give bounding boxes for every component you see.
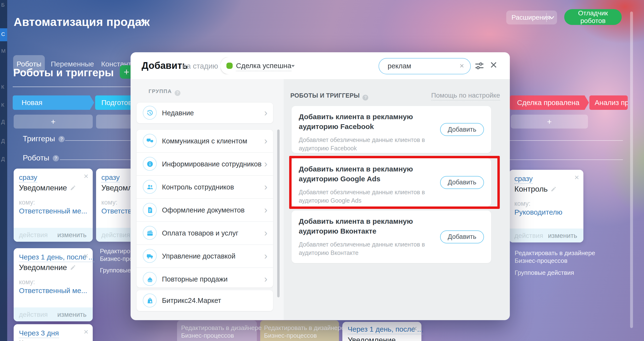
close-icon[interactable]: × (84, 251, 88, 260)
help-icon[interactable]: ? (53, 155, 59, 161)
chevron-right-icon: › (264, 182, 268, 192)
actions-link[interactable]: действия (514, 232, 543, 240)
group-item-label: Коммуникация с клиентом (162, 130, 247, 152)
result-item-google-ads[interactable]: Добавить клиента в рекламную аудиторию G… (292, 158, 491, 206)
robot-card[interactable]: Через 1 день, после ... × Уведомление ко… (14, 248, 93, 321)
edit-designer-link[interactable]: Бизнес-процессов (181, 332, 234, 339)
search-input[interactable] (387, 62, 450, 70)
recipient-link[interactable]: Руководителю (514, 208, 562, 216)
close-modal-icon[interactable]: × (490, 59, 497, 71)
edit-link[interactable]: изменить (57, 231, 86, 239)
stage-column-new[interactable]: Новая (13, 95, 94, 110)
edit-designer-link[interactable]: Редактировать в дизайнере (514, 249, 595, 257)
robot-name: Уведомление (19, 183, 76, 192)
result-item-vkontakte[interactable]: Добавить клиента в рекламную аудиторию В… (292, 211, 491, 263)
help-icon[interactable]: ? (175, 90, 180, 96)
setup-help-link[interactable]: Помощь по настройке (431, 92, 500, 101)
edit-pencil-icon[interactable] (550, 186, 557, 192)
edit-designer-link[interactable]: Редактировать в дизайнере (181, 324, 262, 332)
actions-link[interactable]: действия (101, 231, 130, 239)
group-card-main: Коммуникация с клиентом › Информирование… (136, 130, 273, 287)
extensions-button[interactable]: Расширения (506, 11, 557, 25)
actions-link[interactable]: действия (19, 231, 48, 239)
robot-delay-link[interactable]: сразу (101, 173, 120, 182)
group-item-recent[interactable]: Недавние › (136, 103, 273, 123)
robot-delay-link[interactable]: сразу (514, 175, 532, 184)
group-actions-link[interactable]: Групповые действия (514, 269, 574, 276)
robot-name: Уведомление (19, 263, 76, 272)
robot-delay-link[interactable]: Через 1 день, после ... (348, 325, 423, 334)
search-field[interactable]: × (378, 58, 471, 74)
edit-designer-link[interactable]: Бизнес-процессов (264, 332, 317, 339)
edit-link[interactable]: изменить (548, 232, 577, 240)
add-card-button[interactable]: + (511, 115, 588, 129)
groups-panel: ГРУППА? Недавние › Коммуникация с клиент… (130, 79, 284, 320)
stage-selector[interactable]: Сделка успешна (220, 57, 304, 74)
close-icon[interactable]: × (574, 173, 579, 182)
group-item-delivery[interactable]: Управление доставкой › (136, 244, 273, 267)
rail-letter: Д (1, 138, 5, 144)
stage-prefix-label: на стадию (182, 62, 218, 71)
result-item-facebook[interactable]: Добавить клиента в рекламную аудиторию F… (292, 106, 491, 153)
recipient-link[interactable]: Ответственный ме... (19, 286, 87, 295)
result-title: Добавить клиента в рекламную аудиторию G… (299, 164, 448, 184)
chevron-right-icon: › (264, 159, 268, 169)
rail-letter: К (1, 102, 4, 108)
result-description: Добавляет обезличенные данные клиентов в… (299, 136, 448, 153)
extensions-label: Расширения (512, 14, 550, 21)
to-label: кому: (514, 200, 530, 207)
robot-delay-link[interactable]: сразу (19, 173, 37, 182)
add-card-button[interactable]: + (14, 115, 93, 129)
group-item-communication[interactable]: Коммуникация с клиентом › (136, 130, 273, 152)
actions-link[interactable]: действия (19, 311, 48, 318)
robot-debugger-button[interactable]: Отладчик роботов (564, 9, 622, 25)
edit-pencil-icon[interactable] (70, 264, 76, 270)
close-icon[interactable]: × (412, 324, 417, 333)
edit-designer-link[interactable]: Редактировать в дизайнере (264, 324, 344, 332)
group-item-market[interactable]: Битрикс24.Маркет (136, 290, 273, 311)
robot-delay-link[interactable]: Через 1 день, после ... (19, 253, 94, 262)
groups-scrollbar[interactable] (277, 130, 280, 297)
edit-designer-link[interactable]: Бизнес-процессов (514, 257, 568, 264)
stage-column-failed[interactable]: Сделка провалена (510, 95, 589, 110)
robot-card[interactable]: сразу × Контроль кому: Руководителю дейс… (509, 170, 584, 242)
edit-pencil-icon[interactable] (70, 185, 76, 191)
add-button[interactable]: Добавить (440, 123, 484, 136)
recipient-link[interactable]: Ответственный ме... (19, 207, 87, 215)
clear-search-icon[interactable]: × (460, 61, 464, 70)
close-icon[interactable]: × (84, 171, 88, 181)
add-button[interactable]: Добавить (440, 176, 484, 189)
chevron-down-icon[interactable] (549, 16, 555, 20)
group-item-repeat-sales[interactable]: Повторные продажи › (136, 267, 273, 290)
filter-icon[interactable] (474, 61, 484, 70)
help-icon[interactable]: ? (58, 136, 65, 142)
robot-card[interactable]: Через 1 день, после ... × Уведомление (342, 322, 422, 341)
group-item-control[interactable]: Контроль сотрудников › (136, 175, 273, 198)
group-item-label: Недавние (162, 103, 194, 123)
robot-card[interactable]: сразу × Уведомление кому: Ответственный … (14, 169, 93, 242)
result-description: Добавляет обезличенные данные клиентов в… (299, 188, 448, 205)
group-item-documents[interactable]: Оформление документов › (136, 198, 273, 221)
group-card-market[interactable]: Битрикс24.Маркет (136, 290, 273, 311)
group-item-payment[interactable]: Оплата товаров и услуг › (136, 221, 273, 244)
stage-column-analysis[interactable]: Анализ пр (590, 95, 628, 110)
robot-card[interactable]: Через 3 дня × Контроль (14, 324, 93, 341)
robot-name: Контроль (514, 185, 557, 194)
history-icon (143, 106, 157, 120)
info-icon (143, 157, 157, 171)
results-panel: РОБОТЫ И ТРИГГЕРЫ? Помощь по настройке Д… (284, 79, 510, 320)
rail-letter: М (1, 48, 6, 54)
edit-link[interactable]: изменить (57, 311, 86, 318)
robot-delay-link[interactable]: Через 3 дня (19, 329, 59, 338)
result-title: Добавить клиента в рекламную аудиторию В… (299, 216, 448, 236)
left-menu-rail[interactable]: Б С М К К Д Д Д (0, 0, 7, 341)
add-button[interactable]: Добавить (440, 230, 484, 243)
pin-icon[interactable] (137, 18, 146, 27)
close-icon[interactable]: × (84, 327, 88, 336)
section-triggers: Триггеры? (23, 134, 65, 143)
group-card-recent[interactable]: Недавние › (136, 103, 273, 123)
stage-name[interactable]: Сделка успешна (236, 62, 291, 71)
help-icon[interactable]: ? (362, 95, 368, 101)
group-item-informing[interactable]: Информирование сотрудников › (136, 152, 273, 175)
page-scrollbar[interactable] (630, 12, 633, 328)
